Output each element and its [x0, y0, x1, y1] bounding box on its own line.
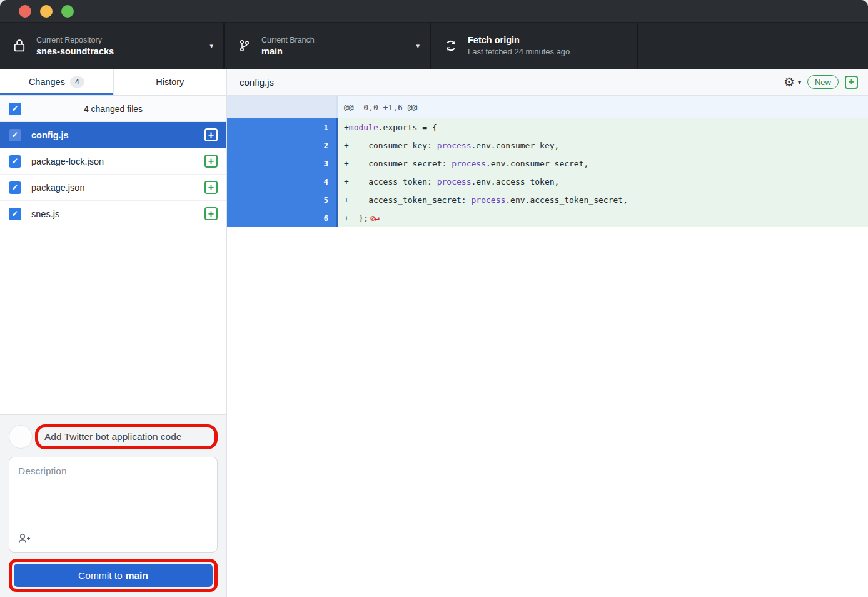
old-line-number	[227, 136, 285, 155]
diff-empty-area	[227, 227, 868, 597]
annotation-highlight-commit-button: Commit to main	[9, 559, 218, 592]
old-line-number	[227, 173, 285, 191]
repository-name: snes-soundtracks	[36, 46, 204, 56]
fetch-subtitle: Last fetched 24 minutes ago	[468, 47, 627, 56]
diff-actions: ⚙ ▾ New +	[784, 75, 858, 89]
branch-label: Current Branch	[261, 36, 411, 44]
diff-body: @@ -0,0 +1,6 @@ 1 +module.exports = { 2 …	[227, 96, 868, 227]
commit-button-label: Commit to	[78, 570, 123, 581]
minimize-window-button[interactable]	[40, 5, 53, 18]
old-line-number	[227, 209, 285, 227]
diff-pane: config.js ⚙ ▾ New + @@ -0,0 +1,6 @@	[227, 69, 868, 597]
file-added-icon: +	[204, 128, 218, 141]
sidebar: Changes 4 History ✓ 4 changed files ✓ co…	[0, 69, 227, 597]
file-checkbox[interactable]: ✓	[9, 208, 21, 220]
commit-summary-row: Add Twitter bot application code	[9, 424, 218, 449]
diff-added-line: 5 + access_token_secret: process.env.acc…	[227, 191, 868, 209]
sidebar-tabs: Changes 4 History	[0, 69, 226, 96]
fetch-origin-button[interactable]: Fetch origin Last fetched 24 minutes ago	[431, 23, 638, 69]
tab-changes-label: Changes	[29, 77, 65, 87]
file-row[interactable]: ✓ package.json +	[0, 175, 226, 201]
file-list: ✓ config.js + ✓ package-lock.json + ✓ pa…	[0, 122, 226, 227]
annotation-highlight-summary: Add Twitter bot application code	[35, 424, 218, 449]
diff-added-line: 4 + access_token: process.env.access_tok…	[227, 173, 868, 191]
chevron-down-icon: ▾	[209, 42, 213, 50]
commit-button-branch: main	[126, 570, 148, 581]
file-checkbox[interactable]: ✓	[9, 129, 21, 141]
select-all-checkbox[interactable]: ✓	[9, 103, 21, 115]
file-added-icon: +	[204, 155, 218, 168]
diff-header: config.js ⚙ ▾ New +	[227, 69, 868, 96]
diff-line-code: +module.exports = {	[338, 118, 868, 136]
diff-file-name: config.js	[240, 77, 784, 88]
changed-files-header: ✓ 4 changed files	[0, 96, 226, 122]
add-co-authors-icon[interactable]	[18, 532, 31, 546]
new-line-number: 4	[285, 173, 338, 191]
file-added-icon: +	[845, 76, 858, 89]
chevron-down-icon: ▾	[798, 79, 801, 86]
current-branch-dropdown[interactable]: Current Branch main ▾	[225, 23, 431, 69]
file-checkbox[interactable]: ✓	[9, 181, 21, 194]
toolbar: Current Repository snes-soundtracks ▾ Cu…	[0, 23, 868, 69]
file-row[interactable]: ✓ snes.js +	[0, 201, 226, 227]
old-line-number	[227, 155, 285, 173]
description-placeholder: Description	[18, 466, 67, 476]
main-content: Changes 4 History ✓ 4 changed files ✓ co…	[0, 69, 868, 597]
file-row[interactable]: ✓ config.js +	[0, 122, 226, 148]
old-line-number	[227, 191, 285, 209]
tab-changes[interactable]: Changes 4	[0, 69, 113, 95]
branch-name: main	[261, 46, 411, 56]
new-line-number: 3	[285, 155, 338, 173]
commit-button[interactable]: Commit to main	[14, 564, 213, 587]
diff-added-line: 2 + consumer_key: process.env.consumer_k…	[227, 136, 868, 155]
file-list-empty-area	[0, 227, 226, 414]
changed-files-summary: 4 changed files	[84, 104, 143, 114]
current-repository-dropdown[interactable]: Current Repository snes-soundtracks ▾	[0, 23, 225, 69]
diff-added-line: 1 +module.exports = {	[227, 118, 868, 136]
repository-label: Current Repository	[36, 36, 204, 44]
file-name: config.js	[31, 130, 194, 140]
file-name: snes.js	[31, 209, 194, 219]
diff-line-code: + access_token: process.env.access_token…	[338, 173, 868, 191]
diff-line-code: + consumer_key: process.env.consumer_key…	[338, 136, 868, 155]
close-window-button[interactable]	[19, 5, 31, 18]
git-branch-icon	[238, 39, 251, 53]
toolbar-empty-space	[638, 23, 868, 69]
new-line-number: 5	[285, 191, 338, 209]
gear-icon: ⚙	[784, 76, 795, 88]
old-line-number	[227, 118, 285, 136]
titlebar	[0, 0, 868, 23]
file-added-icon: +	[204, 181, 218, 194]
commit-area: Add Twitter bot application code Descrip…	[0, 414, 226, 597]
file-checkbox[interactable]: ✓	[9, 155, 21, 168]
commit-summary-input[interactable]: Add Twitter bot application code	[44, 431, 208, 442]
diff-added-line: 3 + consumer_secret: process.env.consume…	[227, 155, 868, 173]
changes-count-badge: 4	[70, 76, 84, 88]
no-newline-at-eof-icon: ⊘↵	[370, 213, 379, 223]
chevron-down-icon: ▾	[416, 42, 420, 50]
diff-line-code: + access_token_secret: process.env.acces…	[338, 191, 868, 209]
github-desktop-window: Current Repository snes-soundtracks ▾ Cu…	[0, 0, 868, 597]
hunk-header-text: @@ -0,0 +1,6 @@	[338, 96, 868, 118]
file-added-icon: +	[204, 207, 218, 220]
file-status-badge-new: New	[807, 75, 839, 89]
diff-line-code: + };⊘↵	[338, 209, 868, 227]
new-line-number: 6	[285, 209, 338, 227]
commit-description-input[interactable]: Description	[9, 457, 218, 553]
maximize-window-button[interactable]	[61, 5, 74, 18]
file-row[interactable]: ✓ package-lock.json +	[0, 148, 226, 175]
tab-history[interactable]: History	[113, 69, 227, 95]
diff-options-button[interactable]: ⚙ ▾	[784, 76, 801, 88]
file-name: package.json	[31, 183, 194, 193]
avatar	[9, 425, 33, 449]
sync-icon	[444, 39, 458, 52]
lock-icon	[13, 39, 26, 52]
new-line-number: 2	[285, 136, 338, 155]
diff-hunk-header: @@ -0,0 +1,6 @@	[227, 96, 868, 118]
diff-line-code: + consumer_secret: process.env.consumer_…	[338, 155, 868, 173]
new-line-number: 1	[285, 118, 338, 136]
fetch-title: Fetch origin	[468, 35, 627, 45]
tab-history-label: History	[156, 77, 184, 87]
file-name: package-lock.json	[31, 156, 194, 166]
diff-added-line: 6 + };⊘↵	[227, 209, 868, 227]
